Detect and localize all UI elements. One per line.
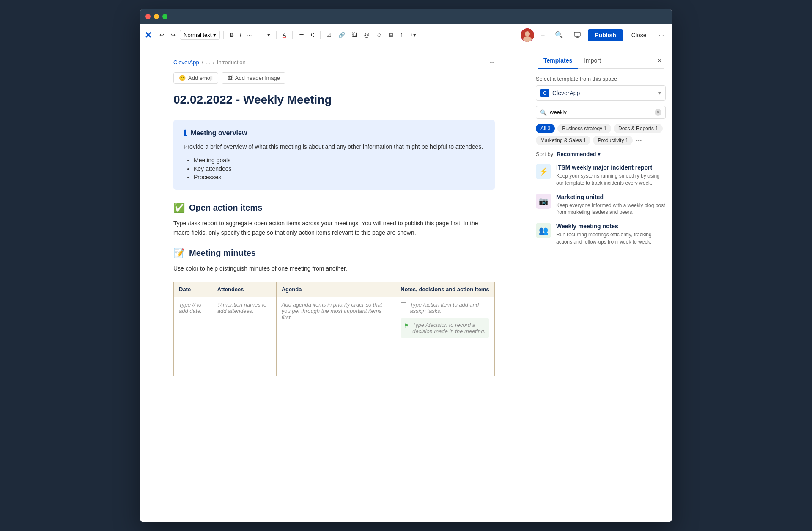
page-title[interactable]: 02.02.2022 - Weekly Meeting <box>173 92 495 107</box>
redo-button[interactable]: ↪ <box>168 30 178 40</box>
decision-text-container: ⚑ Type /decision to record a decision ma… <box>404 322 486 334</box>
emoji-button[interactable]: ☺ <box>374 30 384 40</box>
image-button[interactable]: 🖼 <box>349 30 360 40</box>
meeting-overview-description: Provide a brief overview of what this me… <box>184 142 485 151</box>
toolbar: ✕ ↩ ↪ Normal text ▾ B I ··· ≡▾ A ≔ ⑆ ☑ 🔗… <box>140 24 672 46</box>
meeting-overview-list: Meeting goals Key attendees Processes <box>184 156 485 181</box>
separator-5 <box>320 31 321 39</box>
mention-button[interactable]: @ <box>362 30 372 40</box>
cell-attendees[interactable]: @mention names to add attendees. <box>212 297 276 342</box>
template-title-marketing: Marketing united <box>556 194 666 200</box>
separator-4 <box>292 31 293 39</box>
breadcrumb-page: Introduction <box>217 59 246 66</box>
action-button[interactable]: ☑ <box>324 30 334 40</box>
table-header-row: Date Attendees Agenda Notes, decisions a… <box>174 282 495 297</box>
add-emoji-button[interactable]: 🙂 Add emoji <box>173 72 218 84</box>
expand-icon[interactable]: ↔ <box>489 59 495 66</box>
sort-selector[interactable]: Recommended ▾ <box>557 151 601 157</box>
svg-point-1 <box>525 31 530 36</box>
empty-date[interactable] <box>174 342 212 359</box>
app-window: ✕ ↩ ↪ Normal text ▾ B I ··· ≡▾ A ≔ ⑆ ☑ 🔗… <box>140 9 672 522</box>
title-bar <box>140 9 672 24</box>
align-button[interactable]: ≡▾ <box>261 30 273 40</box>
bullet-list-button[interactable]: ≔ <box>296 30 307 40</box>
search-button[interactable]: 🔍 <box>551 29 567 41</box>
breadcrumb-ellipsis: ... <box>206 59 210 66</box>
tab-templates[interactable]: Templates <box>538 53 578 69</box>
empty-date-3[interactable] <box>174 359 212 376</box>
action-items-title: Open action items <box>189 203 262 213</box>
filter-marketing-sales[interactable]: Marketing & Sales 1 <box>536 136 590 145</box>
meeting-overview-panel: ℹ Meeting overview Provide a brief overv… <box>173 120 495 189</box>
filter-docs-reports[interactable]: Docs & Reports 1 <box>614 124 663 133</box>
empty-notes-3[interactable] <box>395 359 495 376</box>
add-header-image-button[interactable]: 🖼 Add header image <box>222 72 285 84</box>
sidebar-close-button[interactable]: ✕ <box>655 55 664 66</box>
table-row-2 <box>174 342 495 359</box>
empty-attendees[interactable] <box>212 342 276 359</box>
space-name: CleverApp <box>552 90 655 96</box>
close-dot[interactable] <box>145 14 151 19</box>
action-checkbox[interactable] <box>401 302 406 308</box>
cell-notes[interactable]: Type /action item to add and assign task… <box>395 297 495 342</box>
col-agenda: Agenda <box>276 282 395 297</box>
minutes-description: Use color to help distinguish minutes of… <box>173 264 495 273</box>
maximize-dot[interactable] <box>162 14 167 19</box>
template-item-itsm[interactable]: ⚡ ITSM weekly major incident report Keep… <box>536 164 666 187</box>
bold-button[interactable]: B <box>227 30 236 40</box>
sort-chevron-icon: ▾ <box>598 151 601 157</box>
filter-all[interactable]: All 3 <box>536 124 555 133</box>
close-button[interactable]: Close <box>626 29 652 41</box>
chevron-down-icon: ▾ <box>658 90 661 96</box>
sidebar-header: Templates Import ✕ <box>529 46 672 69</box>
cell-date[interactable]: Type // to add date. <box>174 297 212 342</box>
text-style-selector[interactable]: Normal text ▾ <box>180 30 220 40</box>
breadcrumb-app[interactable]: CleverApp <box>173 59 199 66</box>
add-button[interactable]: + <box>538 30 548 41</box>
columns-button[interactable]: ⫿ <box>398 30 406 40</box>
space-selector[interactable]: C CleverApp ▾ <box>536 85 666 101</box>
italic-button[interactable]: I <box>237 30 244 40</box>
list-item-1: Meeting goals <box>194 156 485 164</box>
more-options-button[interactable]: ··· <box>655 30 667 41</box>
minutes-title: Meeting minutes <box>189 248 256 258</box>
notifications-button[interactable] <box>570 30 584 41</box>
cell-agenda[interactable]: Add agenda items in priority order so th… <box>276 297 395 342</box>
meeting-overview-header: ℹ Meeting overview <box>184 129 485 138</box>
space-icon: C <box>540 89 549 97</box>
decision-text: Type /decision to record a decision made… <box>412 322 486 334</box>
minimize-dot[interactable] <box>154 14 159 19</box>
more-filters-button[interactable]: ••• <box>635 137 642 144</box>
link-button[interactable]: 🔗 <box>336 30 348 40</box>
sidebar-tabs: Templates Import ✕ <box>538 53 664 69</box>
empty-agenda[interactable] <box>276 342 395 359</box>
info-icon: ℹ <box>184 129 187 138</box>
clear-search-button[interactable]: ✕ <box>655 109 661 116</box>
text-style-label: Normal text <box>184 32 211 38</box>
separator-2 <box>258 31 258 39</box>
avatar[interactable] <box>521 28 534 42</box>
numbered-list-button[interactable]: ⑆ <box>308 30 317 40</box>
plus-button[interactable]: +▾ <box>407 30 419 40</box>
filter-business-strategy[interactable]: Business strategy 1 <box>557 124 611 133</box>
search-input[interactable] <box>536 106 666 119</box>
filter-productivity[interactable]: Productivity 1 <box>593 136 633 145</box>
editor-area[interactable]: CleverApp / ... / Introduction ↔ 🙂 Add e… <box>140 46 529 522</box>
template-item-marketing[interactable]: 📷 Marketing united Keep everyone informe… <box>536 194 666 216</box>
text-color-button[interactable]: A <box>280 30 289 40</box>
template-title-itsm: ITSM weekly major incident report <box>556 164 666 171</box>
empty-agenda-3[interactable] <box>276 359 395 376</box>
table-row-1: Type // to add date. @mention names to a… <box>174 297 495 342</box>
table-button[interactable]: ⊞ <box>386 30 396 40</box>
tab-import[interactable]: Import <box>578 53 607 69</box>
svg-rect-3 <box>574 32 580 36</box>
empty-notes[interactable] <box>395 342 495 359</box>
undo-button[interactable]: ↩ <box>157 30 167 40</box>
publish-button[interactable]: Publish <box>588 29 623 41</box>
template-item-weekly[interactable]: 👥 Weekly meeting notes Run recurring mee… <box>536 223 666 246</box>
separator-3 <box>276 31 277 39</box>
more-format-button[interactable]: ··· <box>244 30 254 40</box>
template-content-itsm: ITSM weekly major incident report Keep y… <box>556 164 666 187</box>
empty-attendees-3[interactable] <box>212 359 276 376</box>
breadcrumb-sep-2: / <box>213 59 214 66</box>
